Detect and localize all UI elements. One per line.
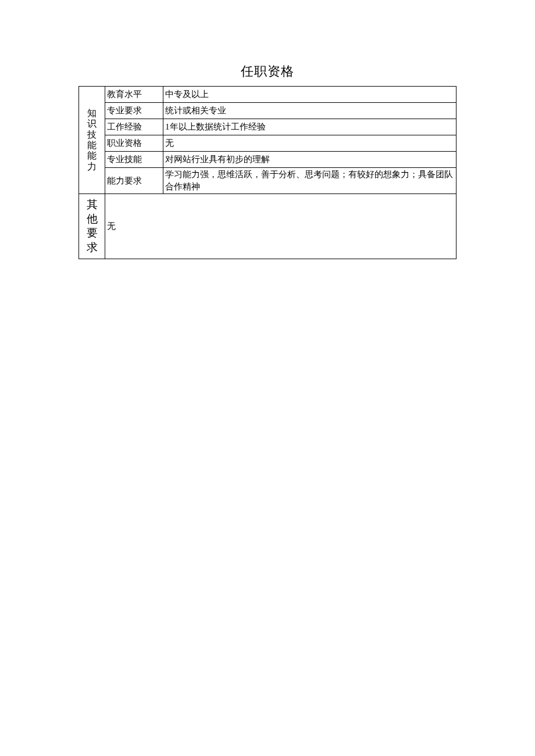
row-label: 能力要求 bbox=[105, 168, 163, 194]
section-header-other: 其 他 要 求 bbox=[79, 194, 105, 259]
row-label: 教育水平 bbox=[105, 87, 163, 103]
row-value: 无 bbox=[163, 135, 456, 152]
other-value: 无 bbox=[105, 194, 456, 259]
row-value: 对网站行业具有初步的理解 bbox=[163, 152, 456, 168]
row-value: 学习能力强，思维活跃，善于分析、思考问题；有较好的想象力；具备团队合作精神 bbox=[163, 168, 456, 194]
table-row: 知 识 技 能 能 力 教育水平 中专及以上 bbox=[79, 87, 456, 103]
row-label: 工作经验 bbox=[105, 119, 163, 135]
table-row: 能力要求 学习能力强，思维活跃，善于分析、思考问题；有较好的想象力；具备团队合作… bbox=[79, 168, 456, 194]
table-row: 职业资格 无 bbox=[79, 135, 456, 152]
row-value: 1年以上数据统计工作经验 bbox=[163, 119, 456, 135]
row-label: 职业资格 bbox=[105, 135, 163, 152]
section-header-knowledge: 知 识 技 能 能 力 bbox=[79, 87, 105, 194]
table-row: 专业技能 对网站行业具有初步的理解 bbox=[79, 152, 456, 168]
table-row: 工作经验 1年以上数据统计工作经验 bbox=[79, 119, 456, 135]
section-header-text: 知 识 技 能 能 力 bbox=[79, 108, 105, 172]
row-label: 专业要求 bbox=[105, 103, 163, 119]
row-value: 中专及以上 bbox=[163, 87, 456, 103]
row-value: 统计或相关专业 bbox=[163, 103, 456, 119]
page-title: 任职资格 bbox=[79, 63, 456, 80]
table-row: 专业要求 统计或相关专业 bbox=[79, 103, 456, 119]
row-label: 专业技能 bbox=[105, 152, 163, 168]
qualification-table: 知 识 技 能 能 力 教育水平 中专及以上 专业要求 统计或相关专业 工作经验… bbox=[79, 86, 456, 259]
table-row: 其 他 要 求 无 bbox=[79, 194, 456, 259]
